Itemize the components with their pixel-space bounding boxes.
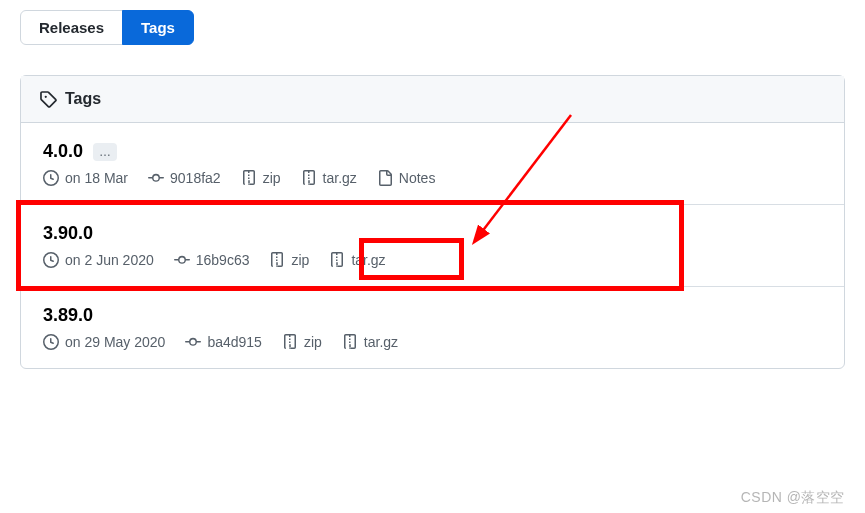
commit-icon xyxy=(185,334,201,350)
tag-commit[interactable]: 16b9c63 xyxy=(174,252,250,268)
commit-icon xyxy=(148,170,164,186)
panel-header: Tags xyxy=(21,76,844,123)
tag-commit[interactable]: 9018fa2 xyxy=(148,170,221,186)
clock-icon xyxy=(43,252,59,268)
ellipsis-button[interactable]: … xyxy=(93,143,117,161)
zip-icon xyxy=(282,334,298,350)
clock-icon xyxy=(43,170,59,186)
file-icon xyxy=(377,170,393,186)
commit-icon xyxy=(174,252,190,268)
release-notes[interactable]: Notes xyxy=(377,170,436,186)
tags-panel: Tags 4.0.0 … on 18 Mar 9018fa2 xyxy=(20,75,845,369)
zip-icon xyxy=(241,170,257,186)
download-targz[interactable]: tar.gz xyxy=(301,170,357,186)
download-zip[interactable]: zip xyxy=(241,170,281,186)
tag-date: on 2 Jun 2020 xyxy=(43,252,154,268)
tag-version-link[interactable]: 3.89.0 xyxy=(43,305,93,326)
tag-version-link[interactable]: 3.90.0 xyxy=(43,223,93,244)
download-zip[interactable]: zip xyxy=(269,252,309,268)
download-targz[interactable]: tar.gz xyxy=(329,252,385,268)
tab-tags[interactable]: Tags xyxy=(122,10,194,45)
tag-icon xyxy=(39,90,57,108)
tag-commit[interactable]: ba4d915 xyxy=(185,334,262,350)
download-zip[interactable]: zip xyxy=(282,334,322,350)
tag-entry: 4.0.0 … on 18 Mar 9018fa2 zip xyxy=(21,123,844,205)
zip-icon xyxy=(269,252,285,268)
panel-title: Tags xyxy=(65,90,101,108)
clock-icon xyxy=(43,334,59,350)
tab-bar: Releases Tags xyxy=(20,10,845,45)
tag-entry: 3.90.0 on 2 Jun 2020 16b9c63 zip xyxy=(21,205,844,287)
zip-icon xyxy=(329,252,345,268)
tag-version-link[interactable]: 4.0.0 xyxy=(43,141,83,162)
tab-releases[interactable]: Releases xyxy=(20,10,123,45)
tag-date: on 18 Mar xyxy=(43,170,128,186)
zip-icon xyxy=(342,334,358,350)
tag-date: on 29 May 2020 xyxy=(43,334,165,350)
annotation-box-outer xyxy=(16,200,684,291)
zip-icon xyxy=(301,170,317,186)
download-targz[interactable]: tar.gz xyxy=(342,334,398,350)
tag-entry: 3.89.0 on 29 May 2020 ba4d915 zip xyxy=(21,287,844,368)
